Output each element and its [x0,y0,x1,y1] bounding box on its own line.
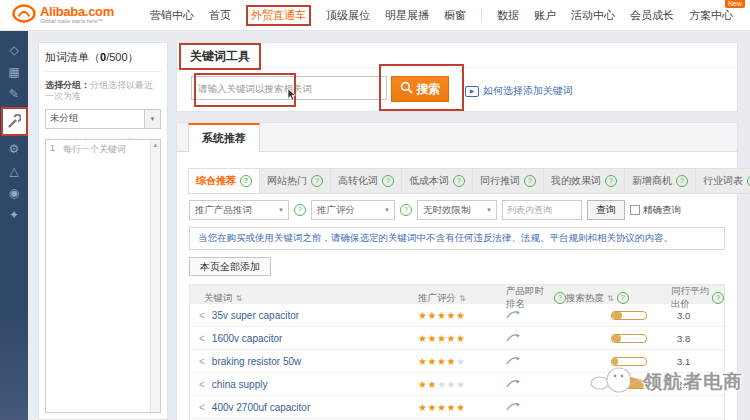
column-header-0[interactable]: 关键词⇅ [190,292,418,305]
help-icon[interactable]: ? [382,175,394,187]
subtab-5[interactable]: 我的效果词? [543,168,625,194]
nav-item-account[interactable]: 账户 [534,8,556,23]
subtab-label: 我的效果词 [551,174,601,188]
tab-system-recommend[interactable]: 系统推荐 [188,123,260,152]
add-all-button[interactable]: 本页全部添加 [189,257,271,276]
add-keyword-icon[interactable]: < [199,379,205,390]
list-query-input[interactable] [502,200,582,220]
help-icon[interactable]: ? [294,204,306,216]
star-empty-icon: ★ [456,356,465,367]
keyword-link[interactable]: braking resistor 50w [212,356,301,367]
add-keyword-icon[interactable]: < [199,402,205,413]
subtab-4[interactable]: 同行推词? [472,168,544,194]
subtab-0[interactable]: 综合推荐? [188,168,260,194]
time-limit-select[interactable]: 无时效限制 ▼ [417,200,497,220]
help-icon[interactable]: ? [524,175,536,187]
star-empty-icon: ★ [446,379,455,390]
column-header-4: 同行平均出价? [671,285,724,311]
user-icon[interactable]: ◉ [4,183,24,203]
search-button[interactable]: 搜索 [391,76,449,102]
group-select[interactable]: 未分组 ▼ [45,109,161,129]
compliance-notice: 当您在购买或使用关键词之前，请确保选定的关键词中不含有任何违反法律、法规、平台规… [189,227,725,250]
sort-icon[interactable]: ⇅ [236,294,243,303]
apps-icon[interactable]: ▦ [4,62,24,82]
help-icon[interactable]: ? [311,175,323,187]
subtab-3[interactable]: 低成本词? [401,168,473,194]
help-icon[interactable]: ? [400,204,412,216]
subtab-1[interactable]: 网站热门? [259,168,331,194]
subtab-row: 综合推荐?网站热门?高转化词?低成本词?同行推词?我的效果词?新增商机?行业词表… [189,168,725,194]
column-header-1[interactable]: 推广评分⇅ [418,292,506,305]
nav-item-activity-center[interactable]: 活动中心 [571,8,615,23]
star-filled-icon: ★ [437,333,446,344]
star-rating: ★★★★★ [418,356,465,367]
exact-query-checkbox[interactable]: 精确查询 [630,204,681,217]
nav-item-home[interactable]: 首页 [209,8,231,23]
help-icon[interactable]: ? [240,175,252,187]
keyword-link[interactable]: 400v 2700uf capacitor [212,402,310,413]
page-title: 关键词工具 [179,43,261,70]
nav-item-p4p[interactable]: 外贸直通车 [246,5,311,26]
gear-icon[interactable]: ⚙ [4,139,24,159]
subtab-7[interactable]: 行业词表? [695,168,750,194]
filter-row: 推广产品推词 ▼ ? 推广评分 ▼ ? 无时效限制 ▼ 查询 精确查询 [189,200,725,220]
score-select[interactable]: 推广评分 ▼ [311,200,395,220]
nav-item-top-showcase[interactable]: 顶级展位 [326,8,370,23]
edit-icon[interactable]: ✎ [4,84,24,104]
rating-cell: ★★★★★ [418,333,506,344]
query-button[interactable]: 查询 [587,200,625,220]
keyword-link[interactable]: 1600v capacitor [212,333,283,344]
title-divider [177,67,737,68]
rating-cell: ★★★★★ [418,379,506,390]
tools-icon[interactable]: ✦ [4,205,24,225]
textarea-scrollbar[interactable]: ▲ [150,140,160,412]
help-icon[interactable]: ? [453,175,465,187]
rating-cell: ★★★★★ [418,356,506,367]
alibaba-logo[interactable]: Alibaba.com Global trade starts here™ [0,4,150,27]
chevron-down-icon: ▼ [380,207,394,213]
add-keyword-icon[interactable]: < [199,356,205,367]
keyword-link[interactable]: china supply [212,379,268,390]
help-icon[interactable]: ? [712,292,724,304]
nav-item-window[interactable]: 橱窗 [444,8,466,23]
keyword-link[interactable]: 35v super capacitor [212,310,299,321]
subtab-2[interactable]: 高转化词? [330,168,402,194]
chevron-down-icon[interactable]: ▼ [144,110,160,128]
video-play-icon: ▶ [465,86,479,97]
help-link-label: 如何选择添加关键词 [483,84,573,98]
alert-icon[interactable]: △ [4,161,24,181]
sort-icon[interactable]: ⇅ [607,294,614,303]
star-filled-icon: ★ [427,310,436,321]
time-select-value: 无时效限制 [423,204,471,217]
nav-item-star-show[interactable]: 明星展播 [385,8,429,23]
star-rating: ★★★★★ [418,310,465,321]
column-header-3[interactable]: 搜索热度⇅? [566,292,671,305]
nav-item-marketing-center[interactable]: 营销中心 [150,8,194,23]
help-icon[interactable]: ? [605,175,617,187]
checkbox-icon[interactable] [630,205,640,215]
home-icon[interactable]: ◇ [4,40,24,60]
heat-bar [611,380,647,389]
subtab-label: 高转化词 [338,174,378,188]
heat-cell [566,311,671,320]
how-to-add-keywords-link[interactable]: ▶ 如何选择添加关键词 [465,84,573,98]
search-panel: 关键词工具 搜索 ▶ 如何选择添加关键词 [176,42,738,112]
avg-bid-cell: 3.9 [671,379,724,390]
help-icon[interactable]: ? [554,292,566,304]
sort-icon[interactable]: ⇅ [459,294,466,303]
help-icon[interactable]: ? [676,175,688,187]
add-keyword-icon[interactable]: < [199,310,205,321]
add-keyword-icon[interactable]: < [199,333,205,344]
subtab-label: 综合推荐 [196,174,236,188]
help-icon[interactable]: ? [617,292,629,304]
keywords-textarea[interactable]: 1 每行一个关键词 ▲ [45,139,161,413]
heat-bar-fill [612,335,621,342]
nav-item-member-growth[interactable]: 会员成长 [630,8,674,23]
keyword-tool-icon[interactable] [1,107,28,136]
nav-item-plan-center[interactable]: 方案中心New [689,8,733,23]
subtab-6[interactable]: 新增商机? [624,168,696,194]
nav-item-data[interactable]: 数据 [497,8,519,23]
keyword-cell: <braking resistor 50w [190,356,418,367]
scroll-up-icon[interactable]: ▲ [151,140,160,148]
product-words-select[interactable]: 推广产品推词 ▼ [189,200,289,220]
